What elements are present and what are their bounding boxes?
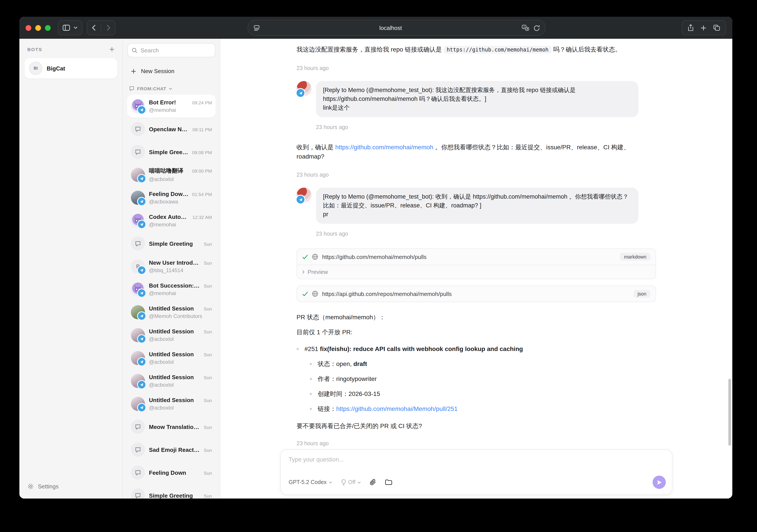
forward-button[interactable] bbox=[106, 25, 110, 31]
preview-toggle[interactable]: Preview bbox=[297, 265, 656, 279]
bot-item-bigcat[interactable]: BI BigCat bbox=[25, 58, 117, 78]
minimize-window-button[interactable] bbox=[35, 25, 41, 31]
telegram-badge-icon bbox=[137, 334, 146, 343]
browser-window: localhost A bbox=[19, 17, 732, 498]
translate-icon[interactable]: A bbox=[522, 24, 529, 31]
add-bot-button[interactable] bbox=[109, 47, 114, 52]
share-button[interactable] bbox=[688, 24, 694, 31]
success-check-icon bbox=[302, 291, 308, 296]
back-button[interactable] bbox=[92, 25, 96, 31]
session-item[interactable]: Simple GreetingSun bbox=[127, 232, 216, 255]
tool-url: https://github.com/memohai/memoh/pulls bbox=[322, 253, 616, 260]
user-avatar bbox=[131, 191, 145, 205]
chat-bubble-icon bbox=[131, 420, 145, 434]
session-item[interactable]: Sad Emoji ReactionSun bbox=[127, 438, 216, 461]
session-item[interactable]: Codex Automatio...12:32 AM @memohai bbox=[127, 209, 216, 232]
format-badge: json bbox=[634, 290, 651, 298]
telegram-badge-icon bbox=[137, 380, 146, 389]
tab-overview-button[interactable] bbox=[713, 25, 720, 31]
pr-detail-status: 状态：open, draft bbox=[310, 359, 656, 369]
session-item[interactable]: Simple GreetingSun bbox=[127, 484, 216, 498]
pr-status-intro: 目前仅 1 个开放 PR: bbox=[296, 329, 656, 337]
bullet-dot bbox=[296, 348, 299, 350]
telegram-badge-icon bbox=[137, 311, 146, 321]
pr-detail-author: 作者：ringotypowriter bbox=[310, 374, 656, 384]
session-item[interactable]: Bot Error!09:24 PM @memohai bbox=[127, 95, 216, 118]
globe-icon bbox=[312, 291, 318, 297]
user-avatar bbox=[131, 351, 145, 365]
chat-bubble-icon bbox=[131, 488, 145, 498]
filter-label: FROM:CHAT bbox=[137, 86, 167, 91]
sessions-sidebar: Search New Session FROM:CHAT bbox=[123, 39, 220, 498]
tool-call-card[interactable]: https://github.com/memohai/memoh/pulls m… bbox=[296, 249, 656, 279]
send-button[interactable] bbox=[652, 476, 666, 489]
session-item[interactable]: Meow Translation Ple...Sun bbox=[127, 415, 216, 438]
message-input[interactable]: Type your question... bbox=[281, 450, 672, 463]
group-avatar bbox=[131, 305, 145, 319]
message-timestamp: 23 hours ago bbox=[316, 124, 656, 130]
user-avatar bbox=[131, 374, 145, 388]
pr-detail-created: 创建时间：2026-03-15 bbox=[310, 389, 656, 399]
session-item[interactable]: Bot Succession: Kitte...Sun @memohai bbox=[127, 278, 216, 301]
chat-bubble-icon bbox=[131, 122, 145, 136]
chevron-down-icon bbox=[329, 481, 332, 483]
session-item[interactable]: Feeling Down :(01:54 PM @acboxawa bbox=[127, 186, 216, 209]
session-item[interactable]: 喵喵咕噜翻译09:00 PM @acboxlol bbox=[127, 163, 216, 186]
zoom-window-button[interactable] bbox=[45, 25, 51, 31]
chat-messages: 我这边没配置搜索服务，直接给我 repo 链接或确认是 https://gith… bbox=[296, 39, 656, 447]
session-item[interactable]: P New User IntroductionSun @bbq_114514 bbox=[127, 255, 216, 278]
bullet-dot bbox=[310, 378, 312, 380]
pr-link[interactable]: https://github.com/memohai/Memoh/pull/25… bbox=[336, 405, 458, 412]
user-avatar bbox=[296, 188, 312, 203]
repo-link[interactable]: https://github.com/memohai/memoh bbox=[335, 144, 433, 151]
bot-avatar bbox=[131, 99, 145, 113]
screen: localhost A bbox=[0, 0, 757, 532]
session-item[interactable]: Simple Greeting09:08 PM bbox=[127, 140, 216, 163]
session-item[interactable]: Untitled SessionSun @acboxlol bbox=[127, 392, 216, 415]
message-timestamp: 23 hours ago bbox=[296, 172, 656, 178]
telegram-badge-icon bbox=[137, 357, 146, 367]
address-bar[interactable]: localhost A bbox=[247, 20, 545, 36]
session-filter[interactable]: FROM:CHAT bbox=[129, 86, 214, 91]
browser-titlebar: localhost A bbox=[19, 17, 732, 39]
lightbulb-icon bbox=[341, 479, 346, 486]
bots-sidebar: BOTS BI BigCat Settings bbox=[19, 39, 123, 498]
user-avatar bbox=[131, 328, 145, 342]
search-input[interactable]: Search bbox=[127, 43, 216, 57]
traffic-lights bbox=[26, 25, 51, 31]
chat-bubble-icon bbox=[131, 145, 145, 159]
message-timestamp: 23 hours ago bbox=[296, 440, 656, 447]
avatar: BI bbox=[29, 62, 42, 75]
session-item[interactable]: Untitled SessionSun @acboxlol bbox=[127, 347, 216, 369]
scrollbar-thumb[interactable] bbox=[728, 379, 731, 446]
session-item[interactable]: Openclaw News A...09:11 PM bbox=[127, 118, 216, 140]
pr-status-heading: PR 状态（memohai/memoh）： bbox=[296, 313, 656, 321]
chat-bubble-icon bbox=[131, 465, 145, 480]
close-window-button[interactable] bbox=[26, 25, 31, 31]
session-item[interactable]: Untitled SessionSun @Memoh Contributors bbox=[127, 301, 216, 324]
reasoning-toggle[interactable]: Off bbox=[341, 479, 361, 486]
divider bbox=[101, 24, 101, 32]
composer[interactable]: Type your question... GPT-5.2 Codex bbox=[280, 449, 672, 495]
folder-button[interactable] bbox=[385, 479, 392, 485]
new-session-label: New Session bbox=[141, 68, 174, 74]
tool-call-card[interactable]: https://api.github.com/repos/memohai/mem… bbox=[296, 285, 656, 302]
session-item[interactable]: Untitled SessionSun @acboxlol bbox=[127, 369, 216, 392]
reader-mode-icon[interactable] bbox=[253, 25, 260, 31]
assistant-message: 收到，确认是 https://github.com/memohai/memoh … bbox=[296, 143, 656, 161]
telegram-badge-icon bbox=[137, 266, 146, 275]
session-item[interactable]: Feeling DownSun bbox=[127, 461, 216, 484]
url-text: localhost bbox=[260, 24, 522, 31]
settings-button[interactable]: Settings bbox=[25, 481, 117, 492]
session-item[interactable]: Untitled SessionSun @acboxlol bbox=[127, 324, 216, 347]
model-select[interactable]: GPT-5.2 Codex bbox=[288, 479, 332, 485]
format-badge: markdown bbox=[620, 253, 651, 261]
new-tab-button[interactable] bbox=[701, 25, 706, 31]
attach-file-button[interactable] bbox=[370, 479, 376, 486]
sidebar-toggle-button[interactable] bbox=[58, 20, 82, 35]
new-session-button[interactable]: New Session bbox=[129, 66, 214, 76]
user-avatar bbox=[131, 397, 145, 411]
search-icon bbox=[132, 47, 137, 53]
reload-icon[interactable] bbox=[533, 24, 539, 31]
bullet-dot bbox=[310, 363, 312, 365]
